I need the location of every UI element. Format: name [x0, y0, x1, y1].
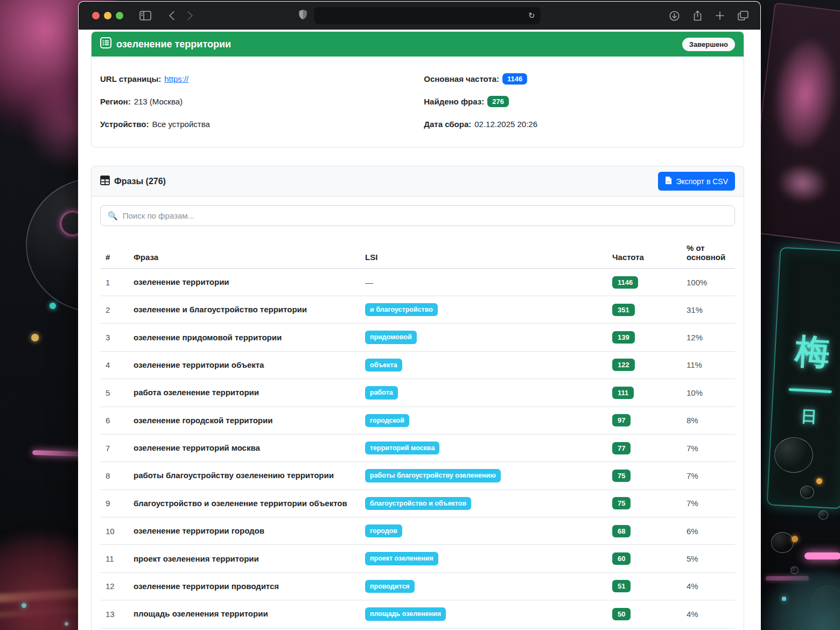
info-device-value: Все устройства: [152, 120, 210, 129]
page-title: озеленение территории: [116, 39, 231, 50]
downloads-icon[interactable]: [669, 11, 680, 21]
phrases-card: Фразы (276) Экспорт в CSV 🔍: [91, 166, 744, 630]
table-row: 12озеленение территории проводитсяпровод…: [100, 572, 735, 600]
frequency-badge: 50: [612, 608, 631, 620]
reload-icon[interactable]: ↻: [528, 11, 535, 20]
found-phrases-badge: 276: [487, 96, 509, 107]
percent-of-base: 12%: [681, 324, 735, 351]
row-number: 9: [100, 489, 128, 517]
frequency-cell: 68: [607, 517, 681, 545]
zoom-window-button[interactable]: [116, 12, 123, 19]
neon-glyph: 梅: [794, 327, 830, 376]
lsi-badge: площадь озеленения: [365, 607, 446, 620]
frequency-badge: 75: [612, 497, 631, 509]
minimize-window-button[interactable]: [104, 12, 111, 19]
phrases-table: # Фраза LSI Частота % от основной 1озеле…: [100, 239, 735, 630]
forward-icon[interactable]: [187, 11, 193, 20]
info-found-phrases-label: Найдено фраз:: [424, 97, 484, 106]
share-icon[interactable]: [693, 10, 702, 21]
address-bar[interactable]: [314, 7, 541, 24]
bubble: [771, 532, 794, 553]
bubble: [800, 486, 814, 499]
lsi-badge: городской: [365, 414, 409, 427]
lsi-cell: придомовой: [360, 324, 607, 351]
percent-of-base: 100%: [681, 269, 735, 296]
percent-of-base: 7%: [681, 462, 735, 489]
search-field-wrap: 🔍: [100, 205, 735, 226]
row-number: 11: [100, 545, 128, 572]
lsi-badge: территорий москва: [365, 442, 439, 454]
percent-of-base: 11%: [681, 351, 735, 379]
info-collect-date: Дата сбора: 02.12.2025 20:26: [424, 120, 735, 129]
table-row: 2озеленение и благоустройство территории…: [100, 296, 735, 324]
column-header-num: #: [100, 239, 128, 269]
row-number: 3: [100, 324, 128, 351]
lsi-cell: городской: [360, 407, 607, 434]
status-badge: Завершено: [682, 38, 735, 51]
table-row: 1озеленение территории—1146100%: [100, 269, 735, 296]
export-csv-button[interactable]: Экспорт в CSV: [658, 172, 735, 191]
privacy-shield-icon[interactable]: [299, 9, 307, 22]
phrase-text: озеленение территорий москва: [128, 434, 360, 461]
back-icon[interactable]: [169, 11, 175, 20]
phrase-text: озеленение территории: [128, 269, 360, 296]
frequency-cell: 48: [607, 628, 681, 630]
export-csv-label: Экспорт в CSV: [676, 177, 728, 186]
page-url-link[interactable]: https://: [164, 74, 188, 83]
row-number: 4: [100, 351, 128, 379]
new-tab-icon[interactable]: [716, 11, 724, 20]
frequency-badge: 60: [612, 552, 631, 565]
base-frequency-badge: 1146: [502, 73, 527, 85]
row-number: 13: [100, 600, 128, 628]
phrases-body: 🔍 # Фраза LSI Частота % от основной 1озе…: [92, 197, 744, 630]
phrase-text: проект озеленения территории: [128, 545, 360, 572]
frequency-badge: 111: [612, 387, 634, 399]
tab-overview-icon[interactable]: [738, 11, 748, 20]
frequency-cell: 51: [607, 572, 681, 600]
percent-of-base: 7%: [681, 434, 735, 461]
table-row: 3озеленение придомовой территориипридомо…: [100, 324, 735, 351]
row-number: 14: [100, 628, 128, 630]
frequency-badge: 139: [612, 331, 635, 344]
frequency-cell: 60: [607, 545, 681, 572]
percent-of-base: 6%: [681, 517, 735, 545]
search-input[interactable]: [123, 211, 727, 220]
percent-of-base: 4%: [681, 572, 735, 600]
table-row: 13площадь озеленения территорииплощадь о…: [100, 600, 735, 628]
lsi-cell: и благоустройство: [360, 296, 607, 324]
report-info: URL страницы: https:// Регион: 213 (Моск…: [92, 57, 744, 147]
frequency-cell: 97: [607, 407, 681, 434]
teal-sparkle-right: [782, 597, 786, 601]
info-collect-date-label: Дата сбора:: [424, 120, 471, 129]
frequency-cell: 77: [607, 434, 681, 461]
table-row: 5работа озеленение территорииработа11110…: [100, 379, 735, 407]
frequency-badge: 51: [612, 580, 631, 592]
info-collect-date-value: 02.12.2025 20:26: [474, 120, 537, 129]
phrases-title: Фразы (276): [114, 177, 166, 186]
frequency-cell: 75: [607, 489, 681, 517]
toolbar-right: [669, 10, 748, 21]
frequency-badge: 75: [612, 470, 631, 482]
info-found-phrases: Найдено фраз: 276: [424, 96, 735, 107]
frequency-badge: 351: [612, 304, 635, 316]
bubble: [818, 510, 828, 520]
percent-of-base: 5%: [681, 545, 735, 572]
lsi-cell: ответы: [360, 628, 607, 630]
percent-of-base: 4%: [681, 600, 735, 628]
frequency-badge: 122: [612, 359, 635, 371]
frequency-cell: 75: [607, 462, 681, 489]
close-window-button[interactable]: [92, 12, 100, 19]
sidebar-toggle-icon[interactable]: [139, 11, 151, 20]
frequency-badge: 97: [612, 414, 631, 426]
info-base-frequency-label: Основная частота:: [424, 74, 499, 83]
orange-glow-dot-2: [792, 536, 798, 542]
lsi-badge: проводится: [365, 580, 415, 593]
browser-titlebar: ↻: [79, 2, 760, 30]
phrase-text: озеленение городской территории: [128, 407, 360, 434]
table-grid-icon: [100, 176, 110, 187]
column-header-lsi: LSI: [360, 239, 607, 269]
percent-of-base: 4%: [681, 628, 735, 630]
list-card-icon: [100, 37, 111, 51]
phrase-text: озеленение территории ответы: [128, 628, 360, 630]
pink-sign-glow-2: [776, 162, 829, 205]
